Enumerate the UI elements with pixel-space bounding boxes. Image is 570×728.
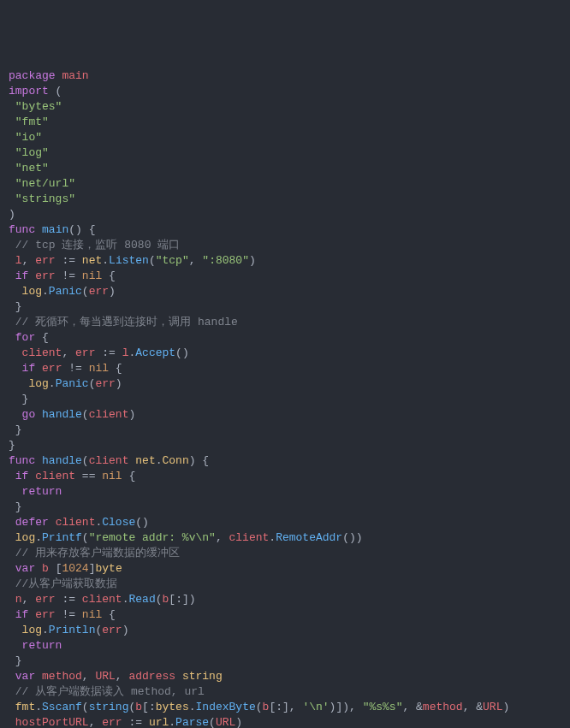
token-plain bbox=[9, 162, 15, 175]
token-plain bbox=[9, 377, 28, 390]
token-plain: != bbox=[56, 608, 82, 621]
token-plain: ()) bbox=[342, 531, 362, 544]
token-plain bbox=[9, 531, 15, 544]
token-plain: ( bbox=[82, 454, 89, 467]
token-plain bbox=[9, 177, 15, 190]
token-kw: func bbox=[9, 454, 35, 467]
token-pkg: url bbox=[149, 716, 169, 728]
token-id: err bbox=[35, 254, 55, 267]
token-plain: != bbox=[56, 269, 82, 282]
token-kw: func bbox=[9, 223, 35, 236]
token-id: method bbox=[42, 670, 82, 683]
token-plain: . bbox=[49, 377, 56, 390]
code-line: "fmt" bbox=[9, 115, 561, 130]
token-plain: . bbox=[35, 701, 42, 713]
token-pkg: net bbox=[135, 454, 155, 467]
token-fn: Panic bbox=[49, 285, 82, 298]
token-plain: := bbox=[122, 716, 149, 728]
code-line: } bbox=[9, 438, 561, 453]
code-line: ) bbox=[9, 207, 561, 222]
token-plain: [:], bbox=[269, 701, 302, 713]
token-plain: } bbox=[9, 300, 22, 313]
token-plain bbox=[9, 639, 22, 652]
code-line: fmt.Sscanf(string(b[:bytes.IndexByte(b[:… bbox=[9, 700, 561, 715]
token-fn: Accept bbox=[135, 346, 175, 359]
token-fn: Listen bbox=[109, 254, 149, 267]
token-plain: := bbox=[56, 593, 82, 606]
token-plain bbox=[9, 146, 15, 159]
token-plain: ) bbox=[249, 254, 256, 267]
token-ty: byte bbox=[95, 562, 122, 575]
code-line: n, err := client.Read(b[:]) bbox=[9, 592, 561, 607]
token-plain bbox=[9, 285, 22, 298]
token-plain: [: bbox=[142, 701, 156, 713]
token-kw: return bbox=[22, 485, 62, 498]
token-plain: ( bbox=[149, 254, 156, 267]
code-line: "net" bbox=[9, 161, 561, 176]
token-plain bbox=[35, 362, 42, 375]
token-plain bbox=[9, 192, 15, 205]
token-id: client bbox=[56, 516, 96, 529]
token-id: err bbox=[75, 346, 95, 359]
code-line: return bbox=[9, 638, 561, 654]
token-str: "bytes" bbox=[15, 100, 62, 113]
token-fn: IndexByte bbox=[196, 701, 256, 713]
token-plain: . bbox=[102, 254, 109, 267]
token-plain: } bbox=[9, 439, 15, 452]
token-plain bbox=[35, 408, 42, 421]
token-kw: if bbox=[22, 362, 36, 375]
token-plain: . bbox=[169, 716, 175, 728]
token-id: URL bbox=[483, 701, 502, 713]
token-plain: [:]) bbox=[169, 593, 195, 606]
token-plain: )]), bbox=[330, 701, 363, 713]
token-id: err bbox=[89, 285, 109, 298]
token-plain: ) bbox=[128, 408, 135, 421]
token-plain: } bbox=[9, 654, 22, 667]
token-plain: . bbox=[42, 285, 49, 298]
code-line: } bbox=[9, 500, 561, 515]
token-pkg: log bbox=[28, 377, 48, 390]
token-str: ":8080" bbox=[202, 254, 249, 267]
token-plain bbox=[9, 577, 15, 590]
token-plain bbox=[35, 562, 42, 575]
token-num: nil bbox=[82, 269, 102, 282]
token-fn: handle bbox=[42, 454, 82, 467]
token-plain bbox=[9, 516, 15, 529]
token-plain: () bbox=[135, 516, 149, 529]
code-block: package mainimport ( "bytes" "fmt" "io" … bbox=[9, 68, 561, 728]
token-plain: ( bbox=[156, 593, 163, 606]
token-plain bbox=[9, 547, 15, 559]
code-line: for { bbox=[9, 330, 561, 346]
token-id: client bbox=[229, 531, 270, 544]
token-kw: defer bbox=[15, 516, 49, 529]
token-plain bbox=[9, 269, 15, 282]
token-id: URL bbox=[216, 716, 235, 728]
code-line: package main bbox=[9, 68, 561, 84]
code-line: func handle(client net.Conn) { bbox=[9, 453, 561, 469]
token-fn: Read bbox=[128, 593, 155, 606]
token-plain: { bbox=[109, 362, 122, 375]
code-line: } bbox=[9, 392, 561, 407]
token-plain: . bbox=[269, 531, 276, 544]
token-pkg: net bbox=[82, 254, 102, 267]
token-plain: . bbox=[35, 531, 42, 544]
code-line: // 用来存放客户端数据的缓冲区 bbox=[9, 546, 561, 561]
token-plain: { bbox=[122, 470, 136, 482]
token-plain: . bbox=[189, 701, 196, 713]
token-plain: == bbox=[75, 470, 102, 482]
token-plain: ) bbox=[122, 624, 129, 636]
code-line: // 从客户端数据读入 method, url bbox=[9, 684, 561, 700]
token-cmt: // tcp 连接，监听 8080 端口 bbox=[15, 239, 180, 252]
token-fn: Sscanf bbox=[42, 701, 82, 713]
token-plain: , bbox=[62, 346, 75, 359]
token-plain: } bbox=[9, 393, 28, 405]
token-plain: } bbox=[9, 423, 22, 436]
token-kw: go bbox=[22, 408, 36, 421]
token-plain bbox=[9, 670, 15, 683]
code-line: l, err := net.Listen("tcp", ":8080") bbox=[9, 253, 561, 269]
token-plain bbox=[9, 131, 15, 144]
token-kw: var bbox=[15, 562, 35, 575]
token-plain bbox=[9, 624, 22, 636]
code-line: //从客户端获取数据 bbox=[9, 577, 561, 592]
token-id: err bbox=[102, 624, 122, 636]
